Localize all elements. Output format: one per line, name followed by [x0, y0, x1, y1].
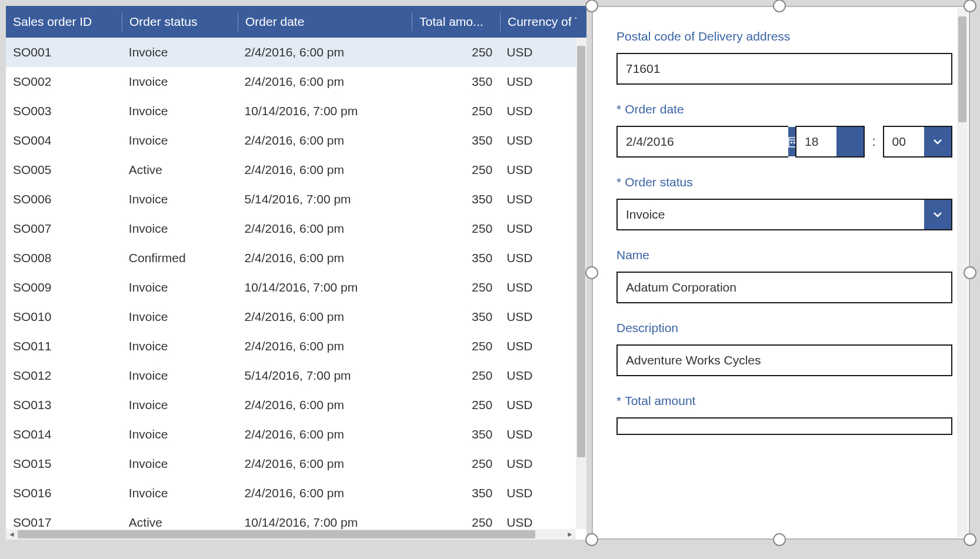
cell-order-id: SO001 [6, 45, 122, 59]
table-row[interactable]: SO014Invoice2/4/2016, 6:00 pm350USD [6, 420, 576, 449]
status-dropdown-button[interactable] [924, 200, 951, 229]
cell-total-amount: 250 [411, 457, 499, 471]
table-row[interactable]: SO006Invoice5/14/2016, 7:00 pm350USD [6, 185, 576, 214]
order-date-input[interactable] [618, 127, 788, 156]
cell-currency: USD [499, 163, 576, 177]
cell-currency: USD [499, 251, 576, 265]
order-hour-select[interactable] [796, 127, 836, 156]
cell-order-status: Invoice [122, 486, 238, 500]
scroll-left-icon[interactable]: ◄ [6, 530, 18, 538]
description-input[interactable] [616, 344, 952, 376]
resize-handle[interactable] [773, 533, 786, 546]
table-row[interactable]: SO017Active10/14/2016, 7:00 pm250USD [6, 508, 576, 529]
svg-rect-2 [791, 142, 792, 143]
cell-currency: USD [499, 339, 576, 353]
cell-order-date: 2/4/2016, 6:00 pm [238, 251, 412, 265]
table-row[interactable]: SO011Invoice2/4/2016, 6:00 pm250USD [6, 332, 576, 361]
cell-order-status: Invoice [122, 133, 238, 148]
table-header: Sales order ID Order status Order date T… [6, 6, 586, 38]
horizontal-scroll-track[interactable] [18, 529, 564, 540]
cell-order-id: SO013 [6, 398, 122, 412]
horizontal-scroll-thumb[interactable] [18, 530, 535, 538]
table-row[interactable]: SO008Confirmed2/4/2016, 6:00 pm350USD [6, 243, 576, 273]
resize-handle[interactable] [964, 266, 976, 279]
cell-order-date: 10/14/2016, 7:00 pm [238, 280, 412, 294]
table-row[interactable]: SO001Invoice2/4/2016, 6:00 pm250USD [6, 38, 576, 67]
table-row[interactable]: SO007Invoice2/4/2016, 6:00 pm250USD [6, 214, 576, 243]
cell-order-id: SO015 [6, 457, 122, 471]
cell-currency: USD [499, 486, 576, 500]
cell-order-id: SO002 [6, 75, 122, 89]
table-row[interactable]: SO015Invoice2/4/2016, 6:00 pm250USD [6, 449, 576, 478]
cell-order-id: SO016 [6, 486, 122, 500]
cell-currency: USD [499, 369, 576, 383]
total-amount-label: *Total amount [616, 394, 952, 408]
resize-handle[interactable] [773, 0, 786, 12]
cell-order-date: 10/14/2016, 7:00 pm [238, 516, 412, 529]
cell-order-status: Active [122, 163, 238, 177]
cell-order-id: SO017 [6, 516, 122, 529]
total-amount-input[interactable] [616, 417, 952, 435]
cell-total-amount: 250 [411, 516, 499, 529]
cell-order-status: Confirmed [122, 251, 238, 265]
cell-total-amount: 350 [411, 310, 499, 324]
cell-order-status: Invoice [122, 398, 238, 412]
vertical-scrollbar[interactable] [576, 38, 586, 529]
required-marker: * [616, 175, 621, 189]
minute-dropdown-button[interactable] [924, 127, 951, 156]
cell-currency: USD [499, 75, 576, 89]
cell-order-id: SO007 [6, 222, 122, 236]
cell-order-id: SO014 [6, 427, 122, 441]
resize-handle[interactable] [585, 0, 598, 12]
cell-order-date: 2/4/2016, 6:00 pm [238, 163, 412, 177]
table-row[interactable]: SO012Invoice5/14/2016, 7:00 pm250USD [6, 361, 576, 390]
table-row[interactable]: SO002Invoice2/4/2016, 6:00 pm350USD [6, 67, 576, 96]
cell-currency: USD [499, 280, 576, 294]
cell-order-status: Invoice [122, 310, 238, 324]
cell-currency: USD [499, 516, 576, 529]
required-marker: * [616, 102, 621, 116]
name-input[interactable] [616, 272, 952, 303]
order-minute-select[interactable] [884, 127, 924, 156]
resize-handle[interactable] [964, 0, 976, 12]
table-row[interactable]: SO003Invoice10/14/2016, 7:00 pm250USD [6, 96, 576, 126]
cell-currency: USD [499, 222, 576, 236]
column-header-currency[interactable]: Currency of T [500, 12, 576, 31]
cell-order-id: SO011 [6, 339, 122, 353]
cell-order-id: SO009 [6, 280, 122, 294]
table-row[interactable]: SO004Invoice2/4/2016, 6:00 pm350USD [6, 126, 576, 155]
form-vertical-scroll-thumb[interactable] [958, 16, 966, 122]
table-row[interactable]: SO005Active2/4/2016, 6:00 pm250USD [6, 155, 576, 185]
time-colon: : [872, 134, 875, 149]
horizontal-scrollbar[interactable]: ◄ ► [6, 529, 576, 540]
cell-order-status: Invoice [122, 222, 238, 236]
resize-handle[interactable] [585, 533, 598, 546]
column-header-id[interactable]: Sales order ID [6, 12, 122, 31]
cell-order-id: SO006 [6, 192, 122, 206]
table-row[interactable]: SO009Invoice10/14/2016, 7:00 pm250USD [6, 273, 576, 302]
cell-order-date: 2/4/2016, 6:00 pm [238, 133, 412, 148]
cell-order-status: Active [122, 516, 238, 529]
detail-form-panel: Postal code of Delivery address *Order d… [592, 6, 970, 540]
table-row[interactable]: SO010Invoice2/4/2016, 6:00 pm350USD [6, 302, 576, 332]
cell-currency: USD [499, 45, 576, 59]
scroll-right-icon[interactable]: ► [564, 530, 576, 538]
chevron-down-icon [932, 209, 943, 220]
cell-order-id: SO010 [6, 310, 122, 324]
cell-order-date: 2/4/2016, 6:00 pm [238, 310, 412, 324]
vertical-scroll-thumb[interactable] [577, 46, 585, 457]
cell-order-date: 2/4/2016, 6:00 pm [238, 398, 412, 412]
order-status-select[interactable] [618, 200, 924, 229]
postal-code-input[interactable] [616, 53, 952, 85]
table-row[interactable]: SO016Invoice2/4/2016, 6:00 pm350USD [6, 478, 576, 508]
resize-handle[interactable] [964, 533, 976, 546]
cell-total-amount: 350 [411, 192, 499, 206]
resize-handle[interactable] [585, 266, 598, 279]
column-header-amount[interactable]: Total amo... [412, 12, 500, 31]
chevron-down-icon [932, 136, 943, 147]
table-row[interactable]: SO013Invoice2/4/2016, 6:00 pm250USD [6, 390, 576, 420]
column-header-status[interactable]: Order status [122, 12, 238, 31]
hour-dropdown-button[interactable] [836, 127, 864, 156]
column-header-date[interactable]: Order date [238, 12, 412, 31]
cell-order-date: 2/4/2016, 6:00 pm [238, 339, 412, 353]
